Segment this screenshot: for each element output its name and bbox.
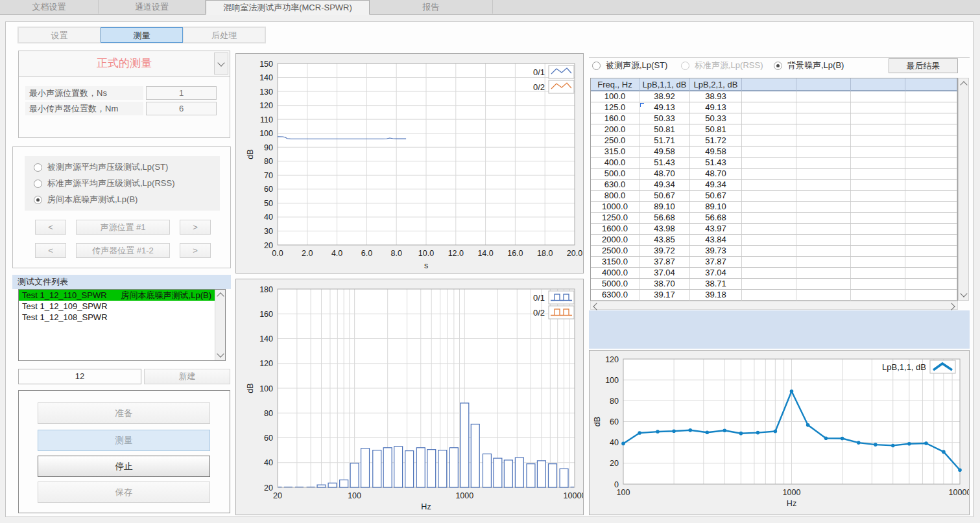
table-vscrollbar[interactable] <box>958 78 969 301</box>
table-cell[interactable]: 39.17 <box>639 290 690 301</box>
table-cell[interactable]: 39.72 <box>639 246 690 257</box>
table-cell[interactable]: 38.92 <box>639 91 690 102</box>
test-file-list[interactable]: Test 1_12_110_SPWR房间本底噪声测试,Lp(B)Test 1_1… <box>18 289 226 361</box>
table-cell[interactable]: 43.85 <box>639 235 690 246</box>
scroll-down-icon[interactable] <box>959 289 968 300</box>
table-cell[interactable]: 5000.0 <box>591 279 639 290</box>
table-cell[interactable] <box>905 124 957 135</box>
table-cell[interactable] <box>905 235 957 246</box>
table-cell[interactable] <box>796 157 851 169</box>
table-cell[interactable] <box>851 180 905 191</box>
table-row[interactable]: 800.050.6750.67 <box>591 191 957 202</box>
position-next-button-1[interactable]: > <box>180 220 211 235</box>
table-row[interactable]: 1000.089.1089.10 <box>591 202 957 213</box>
table-row[interactable]: 4000.037.0437.04 <box>591 268 957 279</box>
radio-source-lpst[interactable]: 被测声源,Lp(ST) <box>592 60 667 71</box>
table-cell[interactable]: 160.0 <box>591 113 639 124</box>
table-cell[interactable]: 50.33 <box>690 113 742 124</box>
table-cell[interactable]: 43.84 <box>690 235 742 246</box>
table-cell[interactable]: 43.97 <box>690 224 742 235</box>
table-cell[interactable] <box>742 91 796 102</box>
table-row[interactable]: 6300.039.1739.18 <box>591 290 957 301</box>
scroll-up-icon[interactable] <box>215 290 225 301</box>
table-row[interactable]: 5000.038.7038.71 <box>591 279 957 290</box>
table-cell[interactable] <box>851 102 905 113</box>
microphone-position-button[interactable]: 传声器位置 #1-2 <box>76 243 170 258</box>
table-cell[interactable] <box>796 169 851 180</box>
table-row[interactable]: 160.050.3350.33 <box>591 113 957 124</box>
save-button[interactable]: 保存 <box>38 482 210 503</box>
table-cell[interactable]: 49.34 <box>690 180 742 191</box>
table-cell[interactable] <box>851 169 905 180</box>
scroll-left-icon[interactable] <box>593 303 600 310</box>
table-cell[interactable] <box>851 224 905 235</box>
table-cell[interactable]: 1250.0 <box>591 213 639 224</box>
table-cell[interactable] <box>851 268 905 279</box>
table-row[interactable]: 1250.056.6856.68 <box>591 213 957 224</box>
table-cell[interactable] <box>851 279 905 290</box>
table-row[interactable]: 2000.043.8543.84 <box>591 235 957 246</box>
radio-reference-lprss[interactable]: 标准声源,Lp(RSS) <box>681 60 763 71</box>
table-cell[interactable]: 50.67 <box>639 191 690 202</box>
dropdown-button[interactable] <box>214 52 228 75</box>
table-cell[interactable] <box>742 202 796 213</box>
subtab-3[interactable]: 后处理 <box>183 27 265 43</box>
table-cell[interactable] <box>796 124 851 135</box>
table-row[interactable]: 1600.043.9843.97 <box>591 224 957 235</box>
table-cell[interactable] <box>851 202 905 213</box>
list-item-2[interactable]: Test 1_12_109_SPWR <box>19 301 225 312</box>
table-row[interactable]: 200.050.8150.81 <box>591 124 957 135</box>
table-cell[interactable] <box>796 135 851 146</box>
table-cell[interactable] <box>796 146 851 157</box>
table-cell[interactable] <box>796 113 851 124</box>
table-cell[interactable]: 200.0 <box>591 124 639 135</box>
table-cell[interactable] <box>905 246 957 257</box>
table-cell[interactable] <box>742 279 796 290</box>
table-cell[interactable] <box>905 169 957 180</box>
column-header-7[interactable] <box>905 78 957 91</box>
table-cell[interactable]: 49.13 <box>690 102 742 113</box>
table-cell[interactable] <box>851 146 905 157</box>
tab-3[interactable]: 混响室法测试声功率(MCR-SPWR) <box>206 0 370 15</box>
table-cell[interactable]: 38.93 <box>690 91 742 102</box>
subtab-1[interactable]: 设置 <box>18 27 101 43</box>
table-cell[interactable] <box>742 257 796 268</box>
table-cell[interactable]: 49.58 <box>690 146 742 157</box>
table-cell[interactable]: 37.04 <box>690 268 742 279</box>
tab-2[interactable]: 通道设置 <box>99 0 206 14</box>
tab-4[interactable]: 报告 <box>370 0 493 14</box>
file-list-scrollbar[interactable] <box>215 290 225 360</box>
scroll-right-icon[interactable] <box>948 303 955 310</box>
table-cell[interactable]: 37.04 <box>639 268 690 279</box>
table-row[interactable]: 2500.039.7239.73 <box>591 246 957 257</box>
table-cell[interactable] <box>905 202 957 213</box>
radio-test-type-2[interactable]: 标准声源平均声压级测试,Lp(RSS) <box>34 178 174 189</box>
table-cell[interactable]: 800.0 <box>591 191 639 202</box>
table-cell[interactable]: 51.72 <box>690 135 742 146</box>
table-cell[interactable] <box>905 257 957 268</box>
table-cell[interactable]: 37.87 <box>690 257 742 268</box>
table-cell[interactable] <box>851 246 905 257</box>
radio-test-type-1[interactable]: 被测声源平均声压级测试,Lp(ST) <box>34 161 168 173</box>
radio-background-lpb[interactable]: 背景噪声,Lp(B) <box>774 60 844 71</box>
table-cell[interactable] <box>905 213 957 224</box>
scroll-up-icon[interactable] <box>959 78 968 89</box>
table-cell[interactable]: 39.73 <box>690 246 742 257</box>
column-header-4[interactable] <box>742 78 796 91</box>
table-cell[interactable] <box>851 191 905 202</box>
table-row[interactable]: 3150.037.8737.87 <box>591 257 957 268</box>
table-row[interactable]: 500.048.7048.70 <box>591 169 957 180</box>
column-header-3[interactable]: LpB,2,1, dB <box>690 78 742 91</box>
table-cell[interactable]: 1000.0 <box>591 202 639 213</box>
table-row[interactable]: 100.038.9238.93 <box>591 91 957 102</box>
table-cell[interactable] <box>742 268 796 279</box>
param-field-2[interactable]: 6 <box>146 102 217 115</box>
table-cell[interactable] <box>851 124 905 135</box>
table-cell[interactable]: 56.68 <box>690 213 742 224</box>
table-cell[interactable] <box>742 224 796 235</box>
prepare-button[interactable]: 准备 <box>38 402 210 424</box>
table-cell[interactable] <box>905 91 957 102</box>
table-cell[interactable] <box>851 257 905 268</box>
column-header-6[interactable] <box>851 78 905 91</box>
table-cell[interactable] <box>851 235 905 246</box>
